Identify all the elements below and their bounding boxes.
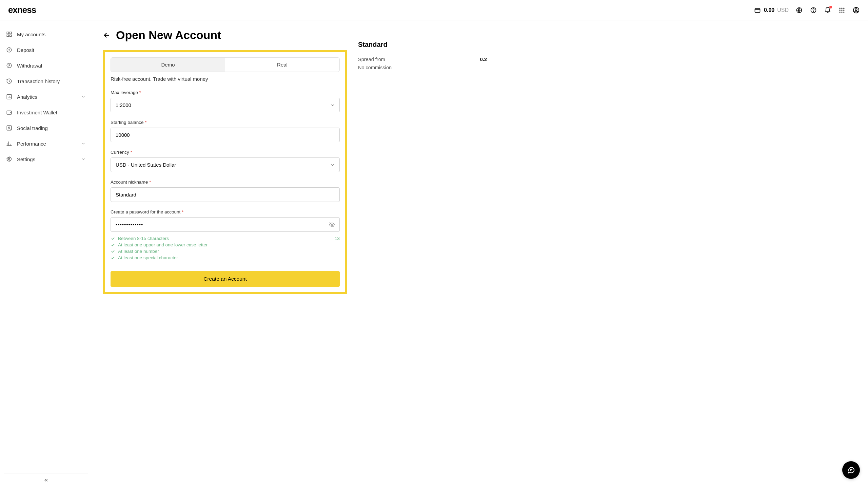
field-nickname: Account nickname * (111, 180, 340, 202)
svg-rect-0 (755, 8, 760, 13)
nickname-label: Account nickname * (111, 180, 340, 185)
sidebar-item-investment-wallet[interactable]: Investment Wallet (0, 105, 92, 120)
apps-icon[interactable] (838, 6, 846, 14)
sidebar-item-label: My accounts (17, 32, 45, 37)
chevron-down-icon (81, 141, 86, 146)
sidebar-item-label: Deposit (17, 47, 34, 53)
tab-description: Risk-free account. Trade with virtual mo… (111, 76, 340, 82)
svg-point-3 (813, 11, 814, 12)
password-rule: At least one number (111, 249, 340, 254)
svg-point-14 (855, 8, 857, 11)
wallet-icon (6, 109, 12, 115)
sidebar-item-label: Transaction history (17, 78, 60, 84)
password-rule: At least one special character (111, 255, 340, 260)
svg-rect-15 (7, 32, 8, 34)
field-max-leverage: Max leverage * 1:2000 (111, 90, 340, 112)
sidebar-item-social-trading[interactable]: Social trading (0, 120, 92, 136)
people-icon (6, 125, 12, 131)
svg-rect-22 (7, 111, 12, 115)
page-title: Open New Account (116, 29, 221, 42)
summary-row: Spread from 0.2 (358, 57, 487, 62)
chat-button[interactable] (842, 461, 860, 479)
summary-label: Spread from (358, 57, 385, 62)
sidebar-item-settings[interactable]: Settings (0, 151, 92, 167)
max-leverage-select[interactable]: 1:2000 (111, 98, 340, 112)
sidebar-list: My accounts Deposit Withdrawal Transacti… (0, 20, 92, 473)
header: exness 0.00 USD (0, 0, 868, 20)
password-rules: Between 8-15 characters 13 At least one … (111, 236, 340, 260)
summary-value: 0.2 (480, 57, 487, 62)
main: Open New Account Demo Real Risk-free acc… (92, 20, 868, 487)
history-icon (6, 78, 12, 84)
balance-currency: USD (777, 7, 789, 13)
tab-real[interactable]: Real (225, 58, 339, 72)
sidebar-item-deposit[interactable]: Deposit (0, 42, 92, 58)
account-icon[interactable] (852, 6, 860, 14)
password-input[interactable] (111, 217, 340, 232)
max-leverage-label: Max leverage * (111, 90, 340, 95)
page-title-row: Open New Account (103, 29, 347, 42)
currency-label: Currency * (111, 150, 340, 155)
logo[interactable]: exness (8, 5, 36, 15)
notification-dot (829, 6, 832, 8)
sidebar-collapse[interactable] (4, 473, 88, 487)
svg-point-10 (840, 12, 841, 13)
password-char-count: 13 (335, 236, 340, 242)
create-account-button[interactable]: Create an Account (111, 271, 340, 287)
password-label: Create a password for the account * (111, 209, 340, 214)
svg-point-5 (841, 7, 842, 8)
field-password: Create a password for the account * Betw… (111, 209, 340, 260)
svg-point-8 (841, 10, 842, 11)
summary-row: No commission (358, 65, 487, 70)
svg-point-24 (8, 127, 10, 128)
back-button[interactable] (103, 32, 111, 39)
field-currency: Currency * USD - United States Dollar (111, 150, 340, 172)
svg-rect-16 (10, 32, 12, 34)
account-summary: Standard Spread from 0.2 No commission (358, 29, 487, 479)
arrow-up-right-circle-icon (6, 62, 12, 69)
chevron-down-icon (81, 157, 86, 162)
summary-title: Standard (358, 41, 487, 49)
download-circle-icon (6, 47, 12, 53)
svg-rect-17 (7, 35, 8, 37)
sidebar: My accounts Deposit Withdrawal Transacti… (0, 20, 92, 487)
balance-amount: 0.00 (764, 7, 774, 13)
svg-point-6 (843, 7, 844, 8)
svg-point-12 (843, 12, 844, 13)
sidebar-item-transaction-history[interactable]: Transaction history (0, 73, 92, 89)
help-icon[interactable] (810, 6, 817, 14)
eye-off-icon[interactable] (329, 222, 335, 228)
svg-point-11 (841, 12, 842, 13)
sidebar-item-withdrawal[interactable]: Withdrawal (0, 58, 92, 73)
nickname-input[interactable] (111, 187, 340, 202)
main-left: Open New Account Demo Real Risk-free acc… (103, 29, 347, 479)
password-rule: At least one upper and one lower case le… (111, 242, 340, 247)
balance[interactable]: 0.00 USD (754, 6, 789, 14)
sidebar-item-my-accounts[interactable]: My accounts (0, 26, 92, 42)
sidebar-item-label: Settings (17, 156, 35, 162)
sidebar-item-label: Performance (17, 141, 46, 147)
gear-icon (6, 156, 12, 162)
chat-icon (847, 466, 855, 474)
svg-rect-18 (10, 35, 12, 37)
svg-point-25 (8, 158, 10, 160)
sidebar-item-analytics[interactable]: Analytics (0, 89, 92, 105)
svg-point-7 (840, 10, 841, 11)
wallet-icon (754, 6, 761, 14)
currency-select[interactable]: USD - United States Dollar (111, 157, 340, 172)
svg-point-9 (843, 10, 844, 11)
sidebar-item-label: Investment Wallet (17, 110, 57, 115)
tab-demo[interactable]: Demo (111, 58, 225, 72)
account-type-tabs: Demo Real (111, 57, 340, 72)
field-starting-balance: Starting balance * (111, 120, 340, 142)
sidebar-item-label: Withdrawal (17, 63, 42, 69)
bell-icon[interactable] (824, 6, 831, 14)
chevron-down-icon (81, 94, 86, 99)
globe-icon[interactable] (795, 6, 803, 14)
sidebar-item-performance[interactable]: Performance (0, 136, 92, 151)
starting-balance-input[interactable] (111, 128, 340, 142)
header-right: 0.00 USD (754, 6, 860, 14)
form-card: Demo Real Risk-free account. Trade with … (103, 50, 347, 294)
starting-balance-label: Starting balance * (111, 120, 340, 125)
grid-icon (6, 31, 12, 37)
